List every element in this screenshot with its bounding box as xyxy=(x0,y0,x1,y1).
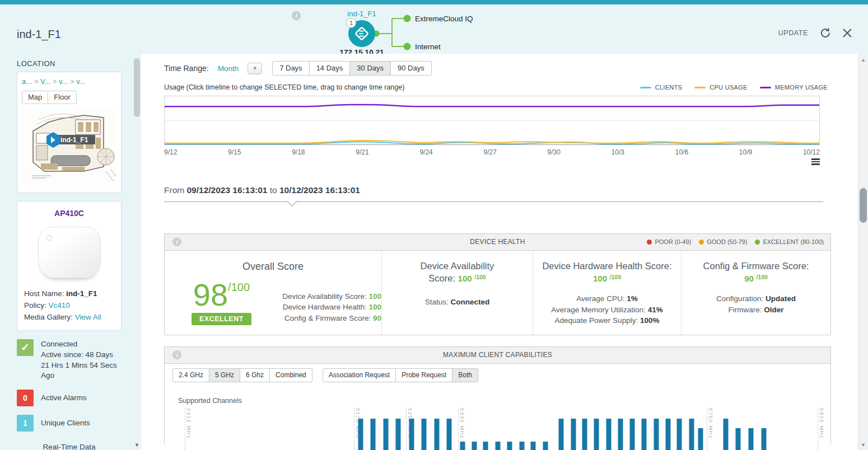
time-marker-notch xyxy=(287,196,297,206)
period-to: 10/12/2023 16:13:01 xyxy=(279,185,360,195)
request-button-association-request[interactable]: Association Request xyxy=(323,368,396,382)
time-range-label: Time Range: xyxy=(164,64,209,73)
x-axis-tick: 9/24 xyxy=(419,148,432,156)
host-name: ind-1_F1 xyxy=(66,289,97,298)
device-card: AP410C Host Name: ind-1_F1 Policy: Vc410… xyxy=(17,201,122,331)
time-range-mode[interactable]: Month xyxy=(218,64,239,73)
channel-bar xyxy=(630,419,635,449)
page-scrollbar[interactable]: ▲ ▼ xyxy=(858,54,868,450)
hop-count: 1 xyxy=(349,20,353,26)
internet-node-dot[interactable] xyxy=(404,43,411,50)
breadcrumb-separator: > xyxy=(68,77,76,86)
channel-bar xyxy=(409,419,414,449)
sidebar-scroll-down-icon[interactable]: ▼ xyxy=(134,442,139,448)
close-icon[interactable] xyxy=(842,28,852,38)
media-gallery-link[interactable]: View All xyxy=(75,313,101,321)
breadcrumb-separator: > xyxy=(50,77,59,86)
breadcrumb: a... > V... > v... > v... xyxy=(22,77,116,86)
refresh-icon[interactable] xyxy=(819,27,831,39)
menu-icon[interactable] xyxy=(811,158,820,166)
time-range-button-7-days[interactable]: 7 Days xyxy=(272,61,309,76)
alarm-count-badge[interactable]: 0 xyxy=(17,390,34,406)
page-title: ind-1_F1 xyxy=(17,28,61,41)
channel-bar xyxy=(558,419,563,449)
update-button[interactable]: UPDATE xyxy=(778,29,808,37)
legend-item-clients[interactable]: CLIENTS xyxy=(640,84,683,91)
sidebar-scrollbar[interactable]: ▼ xyxy=(133,54,141,450)
health-legend-item-excellent-80-100: EXCELLENT (80-100) xyxy=(755,238,824,245)
band-button-2-4-ghz[interactable]: 2.4 GHz xyxy=(172,368,209,382)
time-range-button-14-days[interactable]: 14 Days xyxy=(310,61,351,76)
client-count-badge[interactable]: 1 xyxy=(17,415,34,432)
legend-dot xyxy=(647,240,652,245)
legend-swatch xyxy=(760,87,771,88)
legend-dot xyxy=(755,240,760,245)
channel-bar xyxy=(698,428,703,450)
floorplan-image[interactable]: ind-1_F1 xyxy=(22,109,116,186)
channel-gridline xyxy=(354,407,354,450)
host-name-row: Host Name: ind-1_F1 xyxy=(24,288,114,300)
channel-bar xyxy=(665,419,670,449)
x-axis-tick: 9/27 xyxy=(483,148,496,156)
health-detail-row: Average CPU: 1% xyxy=(533,293,681,304)
clients-label: Unique Clients xyxy=(41,418,122,429)
device-image xyxy=(38,227,101,278)
view-button-map[interactable]: Map xyxy=(22,91,48,104)
channel-bar xyxy=(395,419,400,449)
supported-channels-label: Supported Channels xyxy=(178,397,823,405)
legend-item-cpu-usage[interactable]: CPU USAGE xyxy=(694,84,748,91)
x-axis-tick: 9/21 xyxy=(356,148,368,156)
request-button-both[interactable]: Both xyxy=(452,368,478,382)
breadcrumb-link[interactable]: v... xyxy=(59,77,68,86)
cloud-node-dot[interactable] xyxy=(404,15,411,22)
breadcrumb-link[interactable]: V... xyxy=(40,77,50,86)
topology-links xyxy=(376,18,404,46)
client-capabilities-title: MAXIMUM CLIENT CAPABILITIES xyxy=(165,351,830,359)
breadcrumb-link[interactable]: a... xyxy=(22,77,32,86)
usage-timeline-chart[interactable] xyxy=(164,96,820,145)
availability-heading: Device Availability Score: 100 /100 xyxy=(382,260,533,285)
health-detail-row: Firmware: Older xyxy=(682,304,830,316)
internet-node-label: Internet xyxy=(415,43,441,51)
time-range-button-90-days[interactable]: 90 Days xyxy=(391,61,432,76)
availability-column: Device Availability Score: 100 /100 Stat… xyxy=(381,251,533,335)
period-divider xyxy=(164,201,823,202)
channel-gridline-label: 2412 MHz xyxy=(186,408,192,439)
config-firmware-column: Config & Firmware Score: 90 /100 Configu… xyxy=(681,251,830,335)
channel-bar xyxy=(606,419,611,449)
device-node-label: ind-1_F1 xyxy=(347,10,376,18)
band-button-5-ghz[interactable]: 5 GHz xyxy=(209,368,240,382)
time-range-dropdown[interactable]: ▼ xyxy=(248,63,262,74)
channel-bar xyxy=(762,428,767,450)
legend-dot xyxy=(699,240,704,245)
band-button-6-ghz[interactable]: 6 Ghz xyxy=(240,368,270,382)
scroll-down-icon[interactable]: ▼ xyxy=(861,442,866,448)
sidebar-scrollbar-thumb[interactable] xyxy=(134,58,140,117)
health-detail-row: Average Memory Utilization: 41% xyxy=(533,304,681,316)
breadcrumb-link[interactable]: v... xyxy=(76,77,85,86)
channel-bar xyxy=(358,419,363,449)
device-health-panel: i DEVICE HEALTH POOR (0-49)GOOD (50-79)E… xyxy=(164,233,831,335)
hardware-health-column: Device Hardware Health Score: 100 /100 A… xyxy=(533,251,681,335)
location-card: a... > V... > v... > v... MapFloor xyxy=(17,72,122,193)
scroll-up-icon[interactable]: ▲ xyxy=(861,57,866,63)
request-button-probe-request[interactable]: Probe Request xyxy=(396,368,452,382)
media-gallery-row: Media Gallery: View All xyxy=(24,312,114,324)
page-scrollbar-thumb[interactable] xyxy=(860,188,867,223)
legend-item-memory-usage[interactable]: MEMORY USAGE xyxy=(760,84,828,91)
policy-link[interactable]: Vc410 xyxy=(49,301,70,310)
time-range-button-30-days[interactable]: 30 Days xyxy=(350,61,391,76)
band-button-combined[interactable]: Combined xyxy=(270,368,312,382)
channel-gridline-label: 5750 MHz xyxy=(708,408,714,439)
device-logo-dot xyxy=(46,235,52,241)
channel-gridline xyxy=(458,407,459,450)
view-button-floor[interactable]: Floor xyxy=(48,91,77,104)
config-heading: Config & Firmware Score: 90 /100 xyxy=(682,260,830,285)
overall-score-heading: Overall Score xyxy=(165,260,381,273)
channel-bar xyxy=(724,419,729,449)
period-text: From 09/12/2023 16:13:01 to 10/12/2023 1… xyxy=(164,185,831,195)
main-content: Time Range: Month ▼ 7 Days14 Days30 Days… xyxy=(141,54,858,450)
channel-bar xyxy=(677,419,682,449)
health-legend: POOR (0-49)GOOD (50-79)EXCELLENT (80-100… xyxy=(647,238,824,245)
supported-channels-chart: 2412 MHz5170 MHz5250 MHz5330 MHz5750 MHz… xyxy=(180,407,824,450)
